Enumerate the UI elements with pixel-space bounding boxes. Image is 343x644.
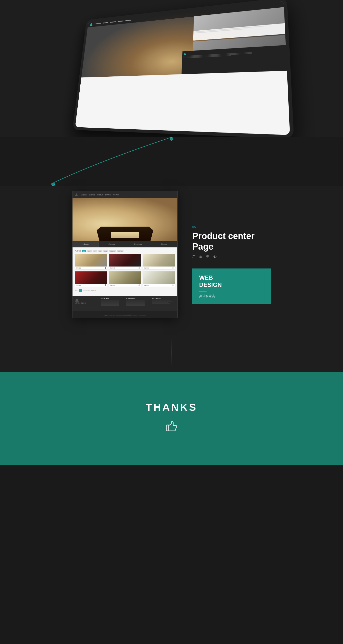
mockup-nav-link-4: 装修资讯 (105, 194, 111, 196)
mockup-footer-services-line (126, 304, 145, 304)
mockup-product-caption-4: 美诺详情 + (109, 284, 141, 286)
info-title: Product center Page (192, 231, 271, 252)
tablet-body (72, 0, 294, 137)
mockup-footer: MIRACLE 美诺科林 INFORMATION OUR SERVICES (72, 296, 178, 311)
mockup-filters: 产品分类 橱柜 衣柜 木门 地板 墙板 定制家具 配套产品 (75, 250, 175, 252)
tablet-nav-link (125, 20, 131, 21)
mockup-footer-services-col: OUR SERVICES (126, 298, 150, 308)
mockup-footer-info-line (101, 300, 119, 301)
mockup-product-item-2[interactable]: 美诺详情 + (142, 254, 175, 270)
mockup-product-img-1 (109, 254, 141, 266)
mockup-footer-brand-col: MIRACLE 美诺科林 (75, 298, 98, 308)
mockup-filter-3[interactable]: 地板 (98, 250, 102, 252)
mockup-tab-3[interactable]: 定制OUR (151, 241, 178, 248)
mockup-tab-0[interactable]: 全部OUR (72, 241, 99, 248)
mockup-filter-1[interactable]: 衣柜 (87, 250, 92, 252)
mockup-product-item-1[interactable]: 美诺详情 + (109, 254, 141, 270)
mockup-footer-contact-col: GET IN TOUCH (152, 298, 175, 308)
mockup-footer-contact-title: GET IN TOUCH (152, 298, 175, 300)
mockup-product-icon-0: + (104, 267, 106, 269)
tablet-footer-lines (183, 50, 285, 58)
tablet-logo-icon (90, 22, 93, 26)
main-content-section: 关于我们 企业动态 荣誉资质 装修资讯 联系我们 全部OUR 柜式OUR 新中式… (0, 186, 343, 333)
mockup-footer-contact-line (152, 304, 170, 304)
mockup-next-page[interactable]: 下一页 (83, 290, 87, 291)
mockup-product-caption-3: 美诺详情 + (75, 284, 107, 286)
mockup-product-caption-1: 美诺详情 + (109, 266, 141, 270)
connection-dot-top (170, 137, 173, 140)
mockup-product-icon-1: + (138, 267, 140, 269)
mockup-total-pages: 共5页 首页尾页 (88, 290, 96, 291)
mockup-product-caption-5: 美诺详情 + (143, 284, 175, 286)
mockup-product-img-5 (143, 272, 175, 284)
teal-card-brand: 美诺科家具 (199, 294, 264, 298)
mockup-footer-info-line (101, 304, 119, 305)
mockup-copyright-text: Copyright © 2013-2015 All rights reserve… (104, 314, 146, 316)
teal-card-title: WEB DESIGN (199, 274, 264, 288)
tablet-mockup (72, 0, 294, 137)
mockup-filter-label: 产品分类 (75, 250, 81, 252)
teal-card-divider (199, 291, 206, 292)
mockup-product-icon-2: + (172, 267, 174, 269)
mockup-product-name-5: 美诺详情 (144, 284, 149, 286)
mockup-footer-services-line (126, 306, 145, 306)
mockup-footer-services-line (126, 302, 145, 302)
mockup-table (111, 232, 139, 238)
mockup-footer-info-title: INFORMATION (101, 298, 124, 300)
mockup-product-item-3[interactable]: 美诺详情 + (75, 271, 107, 287)
tablet-nav-link (103, 22, 108, 24)
mockup-footer-info-line (101, 302, 119, 302)
mockup-products-section: 产品分类 橱柜 衣柜 木门 地板 墙板 定制家具 配套产品 美诺详情 + (72, 248, 178, 296)
info-number: 05 (192, 225, 271, 229)
mockup-product-name-2: 美诺详情 (144, 267, 149, 269)
mockup-footer-services-line (126, 302, 145, 303)
mockup-footer-info-line (101, 306, 119, 306)
curve-svg (0, 137, 343, 186)
mockup-product-caption-0: 美诺详情 + (75, 266, 107, 270)
mockup-filter-6[interactable]: 配套产品 (116, 250, 124, 252)
mockup-footer-services-line (126, 300, 145, 301)
mockup-product-grid: 美诺详情 + 美诺详情 + 美诺详情 + (75, 254, 175, 287)
mockup-product-img-2 (143, 254, 175, 266)
mockup-logo-icon (75, 193, 78, 196)
tablet-nav-link (95, 23, 101, 24)
mockup-product-icon-5: + (172, 284, 174, 286)
divider-section (0, 333, 343, 372)
mockup-filter-2[interactable]: 木门 (92, 250, 97, 252)
mockup-tab-2[interactable]: 新中式OUR (125, 241, 151, 248)
mockup-prev-page[interactable]: 上一页 (75, 290, 79, 291)
tablet-footer-logo-icon (184, 52, 186, 55)
mockup-filter-active[interactable]: 橱柜 (82, 250, 86, 252)
thanks-section: THANKS (0, 372, 343, 465)
mockup-pagination: 上一页 1 下一页 共5页 首页尾页 (75, 289, 175, 293)
mockup-nav-link-3: 荣誉资质 (97, 194, 103, 196)
thanks-icon (164, 418, 179, 436)
tablet-hero (81, 0, 287, 78)
mockup-footer-info-col: INFORMATION (101, 298, 124, 308)
mockup-tab-1[interactable]: 柜式OUR (99, 241, 125, 248)
mockup-filter-4[interactable]: 墙板 (104, 250, 108, 252)
mockup-footer-services-line (126, 304, 145, 305)
mockup-nav-link-2: 企业动态 (89, 194, 95, 196)
tablet-screen (75, 0, 290, 135)
teal-card: WEB DESIGN 美诺科家具 (192, 268, 271, 304)
mockup-current-page[interactable]: 1 (80, 289, 82, 292)
mockup-nav-link-5: 联系我们 (113, 194, 118, 196)
mockup-product-caption-2: 美诺详情 + (143, 266, 175, 270)
mockup-copyright: Copyright © 2013-2015 All rights reserve… (72, 311, 178, 318)
tablet-nav-link (110, 21, 116, 23)
mockup-product-item-0[interactable]: 美诺详情 + (75, 254, 107, 270)
mockup-product-item-5[interactable]: 美诺详情 + (142, 271, 175, 287)
connection-dot-bottom (52, 183, 55, 186)
curve-connector (0, 137, 343, 186)
mockup-footer-services-title: OUR SERVICES (126, 298, 150, 300)
tablet-site-preview (75, 0, 290, 135)
mockup-product-img-4 (109, 272, 141, 284)
mockup-filter-5[interactable]: 定制家具 (109, 250, 116, 252)
website-mockup: 关于我们 企业动态 荣誉资质 装修资讯 联系我们 全部OUR 柜式OUR 新中式… (72, 191, 178, 318)
mockup-product-name-0: 美诺详情 (76, 267, 81, 269)
mockup-product-img-0 (75, 254, 107, 266)
mockup-product-name-3: 美诺详情 (76, 284, 81, 286)
mockup-product-item-4[interactable]: 美诺详情 + (109, 271, 141, 287)
mockup-product-name-4: 美诺详情 (110, 284, 115, 286)
